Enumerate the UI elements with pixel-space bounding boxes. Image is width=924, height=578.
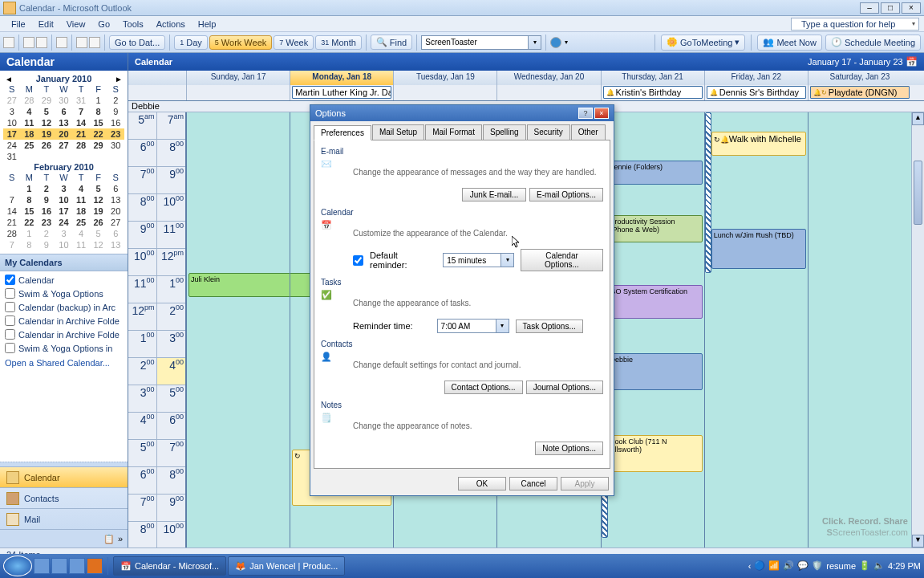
print-icon[interactable] [23,37,34,48]
day-button[interactable]: 1Day [174,35,208,50]
journal-options-button[interactable]: Journal Options... [526,381,603,394]
tray-icon[interactable]: 🔊 [783,560,794,572]
close-button[interactable]: × [902,2,921,14]
meetnow-button[interactable]: 👥Meet Now [757,35,822,51]
vertical-scrollbar[interactable]: ▲ ▼ [911,112,924,547]
tray-icon[interactable]: 🔵 [754,560,765,572]
quicklaunch-icon[interactable] [51,558,67,574]
menu-edit[interactable]: Edit [32,18,60,31]
event[interactable]: Lunch w/Jim Rush (TBD) [711,229,806,269]
tray-clock[interactable]: 4:29 PM [888,561,921,571]
note-options-button[interactable]: Note Options... [535,442,603,455]
next-month-arrow[interactable]: ► [113,75,124,83]
event[interactable]: Debbie [608,353,703,390]
week-button[interactable]: 7Week [274,35,314,50]
maximize-button[interactable]: □ [881,2,900,14]
cal-item[interactable]: Calendar in Archive Folde [2,328,126,341]
allday-event[interactable]: 🔔Kristin's Birthday [603,86,703,99]
firefox-icon[interactable] [87,558,103,574]
goto-date-button[interactable]: Go to Dat... [109,35,165,50]
day-header[interactable]: Friday, Jan 22 [704,71,808,85]
tab-security[interactable]: Security [527,124,570,140]
reminder-dropdown-button[interactable]: ▾ [500,254,513,267]
gotomeeting-button[interactable]: 🌼GoToMeeting▾ [661,35,745,51]
tab-mailsetup[interactable]: Mail Setup [372,124,424,140]
find-button[interactable]: 🔍Find [371,35,412,50]
today-icon[interactable] [56,37,67,48]
quicklaunch-icon[interactable] [69,558,85,574]
default-reminder-checkbox[interactable] [353,255,363,266]
configure-icon[interactable]: » [118,534,123,543]
nav-mail-button[interactable]: Mail [0,509,128,530]
my-calendars-header[interactable]: My Calendars [0,254,128,271]
allday-event[interactable]: 🔔↻Playdate (DNGN) [810,86,910,99]
cal-item[interactable]: Swim & Yoga Options in [2,341,126,355]
quicklaunch-icon[interactable] [34,558,50,574]
shortcuts-icon[interactable]: 📋 [103,534,115,544]
nav-contacts-button[interactable]: Contacts [0,488,128,509]
help-dropdown[interactable]: ▾ [563,39,569,46]
day-header[interactable]: Wednesday, Jan 20 [496,71,600,85]
scroll-up-arrow[interactable]: ▲ [912,112,924,125]
mini-calendar-1[interactable]: SMTWTFS 272829303112 3456789 10111213141… [3,83,124,162]
tab-other[interactable]: Other [571,124,606,140]
month-button[interactable]: 31Month [315,35,362,50]
dialog-help-button[interactable]: ? [578,108,593,119]
start-button[interactable] [3,556,32,576]
scroll-thumb[interactable] [914,161,922,225]
screentoaster-combo[interactable]: ScreenToaster▾ [421,35,541,50]
menu-tools[interactable]: Tools [116,18,150,31]
day-col-fri[interactable]: ↻🔔Walk with Michelle Lunch w/Jim Rush (T… [704,112,808,547]
taskbar-outlook[interactable]: 📅Calendar - Microsof... [113,556,226,576]
day-icon[interactable] [76,37,87,48]
month-label-2[interactable]: February 2010 [3,162,124,172]
reminder-time-combo[interactable]: 7:00 AM▾ [437,319,509,333]
menu-view[interactable]: View [60,18,92,31]
prev-month-arrow[interactable]: ◄ [3,75,14,83]
scroll-down-arrow[interactable]: ▼ [912,535,924,547]
month-label-1[interactable]: January 2010 [14,74,113,83]
allday-event[interactable]: Martin Luther King Jr. Day [292,86,391,99]
tray-icon[interactable]: 🔋 [859,560,870,572]
email-options-button[interactable]: E-mail Options... [529,188,603,201]
event[interactable]: Productivity Session (Phone & Web) [608,215,703,242]
tray-icon[interactable]: 🔈 [873,560,885,572]
delete-icon[interactable] [36,37,47,48]
tab-mailformat[interactable]: Mail Format [425,124,482,140]
day-header[interactable]: Monday, Jan 18 [290,71,393,85]
tray-resume[interactable]: resume [826,561,856,571]
day-header[interactable]: Thursday, Jan 21 [601,71,704,85]
cal-item[interactable]: Calendar in Archive Folde [2,314,126,328]
mini-calendar-2[interactable]: SMTWTFS 123456 78910111213 1415161718192… [3,172,124,250]
workweek-button[interactable]: 5Work Week [209,35,272,50]
menu-file[interactable]: File [5,18,32,31]
ok-button[interactable]: OK [458,477,506,490]
cal-item[interactable]: Calendar (backup) in Arc [2,300,126,314]
new-icon[interactable] [3,37,14,48]
tab-preferences[interactable]: Preferences [314,125,371,140]
workweek-icon[interactable] [89,37,100,48]
event[interactable]: GO System Certification [608,285,703,319]
task-options-button[interactable]: Task Options... [516,320,583,333]
tray-expand[interactable]: ‹ [748,561,752,571]
reminder-combo[interactable]: 15 minutes▾ [443,253,514,267]
tray-icon[interactable]: 💬 [797,560,808,572]
minimize-button[interactable]: – [860,2,879,14]
menu-actions[interactable]: Actions [150,18,192,31]
event[interactable]: Lennie (Folders) [608,161,703,185]
event[interactable]: Book Club (711 N Ellsworth) [608,435,703,472]
dialog-titlebar[interactable]: Options ? × [310,105,614,121]
nav-calendar-button[interactable]: Calendar [0,467,128,488]
tray-icon[interactable]: 🛡️ [812,560,823,572]
junk-email-button[interactable]: Junk E-mail... [462,188,526,201]
day-header[interactable]: Sunday, Jan 17 [186,71,290,85]
day-col-sat[interactable] [808,112,911,547]
day-header[interactable]: Saturday, Jan 23 [808,71,911,85]
tray-icon[interactable]: 📶 [768,560,780,572]
cancel-button[interactable]: Cancel [509,477,557,490]
event[interactable]: ↻🔔Walk with Michelle [711,132,806,156]
dialog-close-button[interactable]: × [594,108,609,119]
contact-options-button[interactable]: Contact Options... [444,381,523,394]
help-icon[interactable] [550,37,561,48]
calendar-options-button[interactable]: Calendar Options... [521,249,603,271]
